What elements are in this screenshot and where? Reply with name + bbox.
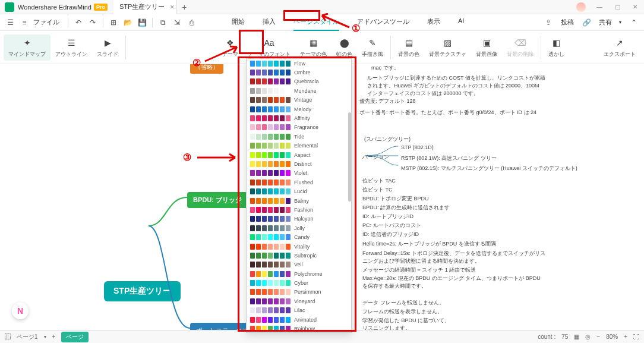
theme-option-melody[interactable]: Melody — [247, 105, 351, 114]
theme-color-dropdown[interactable]: FlowOmbreQuebraclaMundaneVintageMelodyAf… — [246, 58, 352, 333]
page-view-icon[interactable]: ⿲ — [5, 333, 11, 340]
tab-ai[interactable]: AI — [458, 14, 464, 31]
theme-option-jolly[interactable]: Jolly — [247, 224, 351, 232]
close-button[interactable]: ✕ — [626, 0, 644, 14]
leaf[interactable]: STP (802.1D) — [401, 144, 434, 150]
post-button[interactable]: 投稿 — [561, 18, 574, 27]
share-button[interactable]: 共有 — [599, 18, 612, 27]
theme-option-tide[interactable]: Tide — [247, 132, 351, 141]
leaf[interactable]: (スパニングツリー) — [364, 136, 411, 143]
theme-option-quebracla[interactable]: Quebracla — [247, 77, 351, 86]
page-badge[interactable]: ページ — [61, 332, 89, 342]
theme-option-candy[interactable]: Candy — [247, 232, 351, 241]
tab-insert[interactable]: 挿入 — [263, 14, 276, 31]
leaf[interactable]: ルートブリッジに到達するための COST 値を計算し、リンクコストが累積されます… — [367, 74, 545, 97]
theme-option-fragrance[interactable]: Fragrance — [247, 123, 351, 132]
hand-drawn-button[interactable]: ✎ 手描き風 — [357, 34, 388, 61]
leaf[interactable]: ポート番号: ポート番号。たとえば、ポート番号 g0/0/24、ポート ID は… — [359, 109, 536, 117]
document-tab[interactable]: STP生産ツリー × — [113, 0, 177, 14]
share-chevron-icon[interactable]: ▾ — [619, 20, 621, 25]
tab-view[interactable]: 表示 — [427, 14, 440, 31]
leaf[interactable]: mac です。 — [371, 64, 399, 72]
leaf[interactable]: 学習が発信した BPDU に基づいて、 — [362, 317, 450, 325]
leaf[interactable]: Forward Delay=15s: トポロジ決定後、データを送信するまでスイッ… — [362, 250, 547, 265]
node-portstat[interactable]: ポートステータス — [190, 323, 254, 330]
grid-icon[interactable]: ▦ — [574, 333, 579, 340]
close-icon[interactable]: × — [170, 3, 174, 11]
hamburger-icon[interactable]: ≡ — [19, 17, 30, 28]
bg-texture-button[interactable]: ▨ 背景テクスチャ — [424, 34, 471, 61]
theme-option-cyber[interactable]: Cyber — [247, 278, 351, 287]
copy-icon[interactable]: ⧉ — [157, 17, 168, 28]
theme-color-button[interactable]: ▦ テーマの色 — [295, 34, 332, 61]
theme-option-persimmon[interactable]: Persimmon — [247, 288, 351, 297]
theme-option-veil[interactable]: Veil — [247, 260, 351, 269]
leaf[interactable]: バージョン — [362, 153, 389, 161]
print-icon[interactable]: ⎙ — [186, 17, 197, 28]
collapse-ribbon-icon[interactable]: ⌃ — [629, 17, 639, 28]
export-icon[interactable]: ⇲ — [172, 17, 182, 28]
help-floating-button[interactable]: N — [12, 303, 29, 319]
bg-color-button[interactable]: ▤ 背景の色 — [393, 34, 424, 61]
leaf[interactable]: Hello time=2s: ルートブリッジが BPDU を送信する間隔 — [362, 240, 496, 248]
redo-icon[interactable]: ↷ — [87, 17, 98, 28]
leaf[interactable]: BPDU: 計算の生成時に送信されます — [362, 204, 450, 212]
add-tab-button[interactable]: + — [177, 2, 191, 12]
tab-start[interactable]: 開始 — [232, 14, 245, 31]
theme-option-flow[interactable]: Flow — [247, 59, 351, 68]
file-menu[interactable]: ファイル — [33, 18, 59, 27]
leaf[interactable]: RSTP (802.1W): 高速スパニング ツリー — [401, 155, 497, 162]
theme-option-rainbow[interactable]: Rainbow — [247, 324, 351, 333]
theme-option-ombre[interactable]: Ombre — [247, 68, 351, 77]
view-outline[interactable]: ☰ アウトライン — [50, 34, 92, 61]
theme-option-fashion[interactable]: Fashion — [247, 205, 351, 214]
page-label[interactable]: ページ1 — [17, 333, 38, 341]
theme-font-button[interactable]: Aa テーマのフォント — [243, 34, 295, 61]
leaf[interactable]: PC: ルートパスのコスト — [362, 222, 421, 229]
root-node[interactable]: STP生産ツリー — [104, 281, 181, 301]
theme-option-balmy[interactable]: Balmy — [247, 196, 351, 205]
view-mindmap[interactable]: ✦ マインドマップ — [4, 34, 50, 61]
leaf[interactable]: 位ビット TC — [362, 186, 393, 194]
view-slide[interactable]: ▶ スライド — [92, 34, 123, 61]
page-chevron-icon[interactable]: ▾ — [44, 334, 46, 339]
theme-option-distinct[interactable]: Distinct — [247, 159, 351, 168]
leaf[interactable]: MSTP (802.1S): マルチスパニングツリー (Huawei スイッチの… — [401, 165, 577, 172]
maximize-button[interactable]: ▢ — [608, 0, 626, 14]
link-icon[interactable]: 🔗 — [581, 17, 592, 28]
fullscreen-icon[interactable]: ⛶ — [633, 333, 639, 340]
theme-option-mundane[interactable]: Mundane — [247, 86, 351, 95]
theme-option-subtropic[interactable]: Subtropic — [247, 251, 351, 260]
leaf[interactable]: Max Age=20s: 現在の BPDU のエージング タイム、つまりポートが… — [362, 275, 547, 290]
tab-advanced[interactable]: アドバンスツール — [357, 14, 409, 31]
theme-option-flushed[interactable]: Flushed — [247, 178, 351, 187]
theme-option-aspect[interactable]: Aspect — [247, 150, 351, 159]
theme-option-lilac[interactable]: Lilac — [247, 306, 351, 315]
minimize-button[interactable]: — — [591, 0, 608, 14]
leaf[interactable]: メッセージの経過時間 = スイッチ 1 経由で転送 — [362, 266, 476, 274]
zoom-in-button[interactable]: + — [624, 333, 627, 340]
new-icon[interactable]: ⊞ — [108, 17, 119, 28]
theme-option-polychrome[interactable]: Polychrome — [247, 269, 351, 278]
leaf[interactable]: フレームの転送を表示しません。 — [362, 308, 443, 316]
theme-option-vintage[interactable]: Vintage — [247, 96, 351, 105]
avatar[interactable] — [576, 2, 586, 12]
rainbow-button[interactable]: ⬤ 虹の色 — [332, 34, 357, 61]
bg-image-button[interactable]: ▣ 背景画像 — [471, 34, 502, 61]
fit-icon[interactable]: ◎ — [585, 333, 591, 340]
theme-option-lucid[interactable]: Lucid — [247, 187, 351, 196]
watermark-button[interactable]: ◧ 透かし — [544, 34, 569, 61]
theme-option-vineyard[interactable]: Vineyard — [247, 297, 351, 306]
leaf[interactable]: 優先度: デフォルト 128 — [359, 97, 416, 105]
leaf[interactable]: データ フレームを転送しません。 — [362, 299, 444, 307]
leaf[interactable]: BPDU: トポロジ変更 BPDU — [362, 195, 429, 203]
save-icon[interactable]: 💾 — [137, 17, 147, 28]
open-icon[interactable]: 📂 — [122, 17, 133, 28]
node-bpdu[interactable]: BPDU: ブリッジ — [187, 192, 248, 208]
theme-option-violet[interactable]: Violet — [247, 169, 351, 178]
theme-option-halcyon[interactable]: Halcyon — [247, 215, 351, 224]
scrollbar[interactable] — [347, 59, 351, 332]
leaf[interactable]: リスニングします。 — [362, 325, 411, 330]
leaf[interactable]: ID: 送信者のブリッジID — [362, 231, 419, 238]
theme-option-affinity[interactable]: Affinity — [247, 114, 351, 122]
